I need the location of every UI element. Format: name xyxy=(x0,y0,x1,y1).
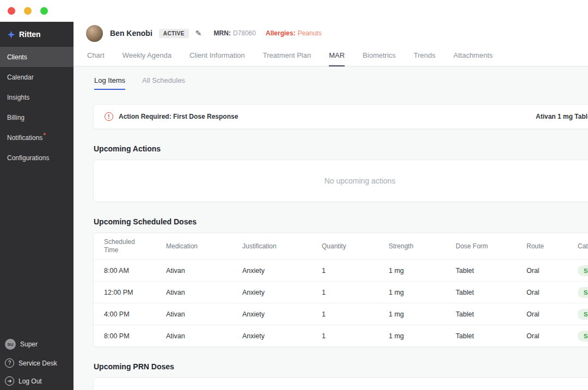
main-area: Ben Kenobi ACTIVE ✎ MRN:D78060 Allergies… xyxy=(74,22,588,390)
ritten-logo-icon xyxy=(7,31,15,39)
alert-title: Action Required: First Dose Response xyxy=(119,113,238,120)
col-scheduled-time: Scheduled Time xyxy=(104,238,142,254)
client-name: Ben Kenobi xyxy=(110,29,152,38)
tab-attachments[interactable]: Attachments xyxy=(454,51,493,66)
table-row[interactable]: 8:00 PM Ativan Anxiety 1 1 mg Tablet Ora… xyxy=(94,325,588,346)
tab-biometrics[interactable]: Biometrics xyxy=(363,51,396,66)
sidebar-item-billing[interactable]: Billing xyxy=(0,107,74,127)
sidebar-item-insights[interactable]: Insights xyxy=(0,87,74,107)
upcoming-actions-card: No upcoming actions xyxy=(93,160,588,202)
tab-treatment-plan[interactable]: Treatment Plan xyxy=(263,51,311,66)
upcoming-actions-title: Upcoming Actions xyxy=(94,144,588,153)
edit-client-icon[interactable]: ✎ xyxy=(195,29,202,38)
category-badge: Scheduled xyxy=(578,309,588,320)
tab-weekly-agenda[interactable]: Weekly Agenda xyxy=(122,51,171,66)
scheduled-doses-table: Scheduled Time Medication Justification … xyxy=(93,233,588,347)
client-tabbar: Chart Weekly Agenda Client Information T… xyxy=(74,45,588,66)
close-window-button[interactable] xyxy=(8,7,15,15)
logout-icon: ➜ xyxy=(5,376,14,386)
prn-doses-title: Upcoming PRN Doses xyxy=(94,362,588,371)
sidebar-item-configurations[interactable]: Configurations xyxy=(0,148,74,168)
category-badge: Scheduled xyxy=(578,287,588,298)
app-window: Ritten Clients Calendar Insights Billing… xyxy=(0,0,588,390)
tab-client-information[interactable]: Client Information xyxy=(189,51,245,66)
sidebar-footer: SU Super ? Service Desk ➜ Log Out xyxy=(0,339,74,386)
prn-doses-card xyxy=(93,377,588,390)
empty-state-text: No upcoming actions xyxy=(324,176,396,185)
user-avatar: SU xyxy=(5,339,16,350)
zoom-window-button[interactable] xyxy=(40,7,48,15)
tab-mar[interactable]: MAR xyxy=(329,51,345,66)
sidebar-nav: Clients Calendar Insights Billing Notifi… xyxy=(0,47,74,168)
user-name: Super xyxy=(20,340,38,348)
subtab-all-schedules[interactable]: All Schedules xyxy=(142,76,185,90)
col-dose-form: Dose Form xyxy=(456,242,526,250)
table-header-row: Scheduled Time Medication Justification … xyxy=(94,233,588,259)
action-required-alert[interactable]: ! Action Required: First Dose Response A… xyxy=(93,104,588,129)
alert-exclamation-icon: ! xyxy=(105,112,113,121)
table-row[interactable]: 12:00 PM Ativan Anxiety 1 1 mg Tablet Or… xyxy=(94,281,588,303)
app-logo: Ritten xyxy=(0,22,74,47)
sidebar-item-clients[interactable]: Clients xyxy=(0,47,74,67)
sidebar-item-calendar[interactable]: Calendar xyxy=(0,67,74,87)
alert-medication: Ativan 1 mg Tablet | xyxy=(536,113,588,120)
col-strength: Strength xyxy=(389,242,456,250)
mar-subtabs: Log Items All Schedules xyxy=(93,76,588,90)
tab-chart[interactable]: Chart xyxy=(87,51,105,66)
client-mrn: MRN:D78060 xyxy=(214,29,256,37)
client-header: Ben Kenobi ACTIVE ✎ MRN:D78060 Allergies… xyxy=(74,22,588,45)
service-desk-button[interactable]: ? Service Desk xyxy=(5,358,69,368)
mar-content: Log Items All Schedules ! Action Require… xyxy=(74,66,588,390)
col-quantity: Quantity xyxy=(322,242,389,250)
subtab-log-items[interactable]: Log Items xyxy=(94,76,125,90)
question-circle-icon: ? xyxy=(5,358,14,368)
category-badge: Scheduled xyxy=(578,331,588,342)
client-allergies: Allergies:Peanuts xyxy=(266,29,322,37)
col-justification: Justification xyxy=(242,242,322,250)
minimize-window-button[interactable] xyxy=(24,7,32,15)
client-status-badge: ACTIVE xyxy=(159,29,189,38)
tab-trends[interactable]: Trends xyxy=(414,51,436,66)
log-out-button[interactable]: ➜ Log Out xyxy=(5,376,69,386)
category-badge: Scheduled xyxy=(578,265,588,276)
col-route: Route xyxy=(526,242,578,250)
table-row[interactable]: 4:00 PM Ativan Anxiety 1 1 mg Tablet Ora… xyxy=(94,303,588,325)
sidebar-item-notifications[interactable]: Notifications xyxy=(0,127,74,148)
table-row[interactable]: 8:00 AM Ativan Anxiety 1 1 mg Tablet Ora… xyxy=(94,259,588,281)
sidebar: Ritten Clients Calendar Insights Billing… xyxy=(0,22,74,390)
col-medication: Medication xyxy=(166,242,242,250)
scheduled-doses-title: Upcoming Scheduled Doses xyxy=(94,217,588,226)
user-menu[interactable]: SU Super xyxy=(5,339,69,350)
col-category: Category xyxy=(578,242,588,250)
client-avatar xyxy=(86,25,103,42)
notification-badge-dot xyxy=(44,133,46,135)
app-logo-text: Ritten xyxy=(19,30,41,39)
titlebar xyxy=(0,0,588,22)
